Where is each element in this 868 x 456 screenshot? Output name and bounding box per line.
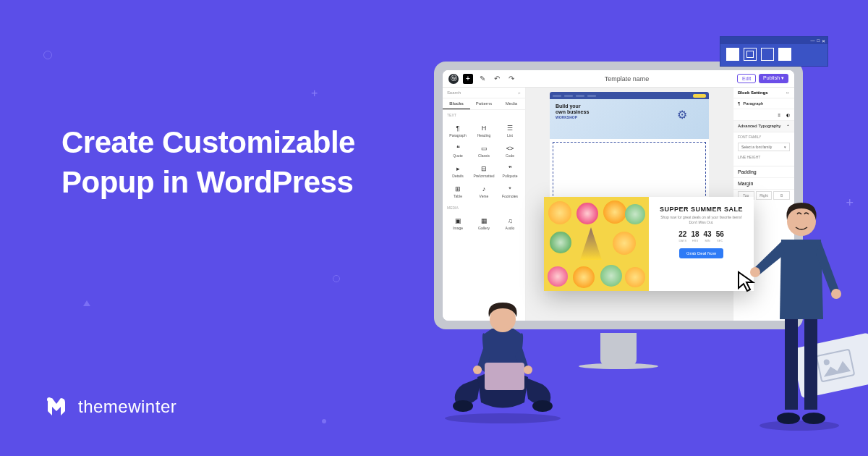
page-headline: Create Customizable Popup in WordPress: [61, 123, 355, 202]
block-table[interactable]: ⊞Table: [446, 182, 470, 201]
pineapple-icon: [580, 227, 602, 260]
section-label: TEXT: [443, 110, 525, 120]
popup-preview: SUPPER SUMMER SALE Shop now for great de…: [544, 197, 754, 291]
deco-plus: +: [311, 87, 318, 100]
redo-icon[interactable]: ↷: [506, 74, 516, 84]
block-inserter-panel: Search ⌕ Blocks Patterns Media TEXT ¶Par…: [443, 70, 526, 321]
block-classic[interactable]: ▭Classic: [472, 142, 496, 161]
block-code[interactable]: <>Code: [498, 142, 522, 161]
close-icon: ✕: [822, 38, 825, 43]
block-type-label: Paragraph: [743, 101, 763, 106]
block-paragraph[interactable]: ¶Paragraph: [446, 122, 470, 140]
editor-topbar: ⓦ + ✎ ↶ ↷ Template name Edit Publish ▾: [443, 70, 794, 88]
svg-point-5: [532, 400, 553, 412]
section-label: MEDIA: [443, 203, 525, 213]
maximize-icon: □: [817, 38, 820, 43]
deco-dot: [322, 419, 326, 423]
edit-button[interactable]: Edit: [737, 74, 756, 83]
settings-title: Block Settings: [738, 90, 768, 95]
typography-accordion[interactable]: Advanced Typography⌃: [733, 121, 794, 132]
layer-box: [726, 48, 739, 61]
deco-circle: [43, 51, 52, 59]
wordpress-icon[interactable]: ⓦ: [448, 74, 459, 84]
layer-box: [744, 48, 757, 61]
font-family-select[interactable]: Select a font family▾: [738, 143, 790, 151]
themewinter-icon: [43, 394, 69, 420]
preview-dropzone: [553, 142, 706, 203]
block-image[interactable]: ▣Image: [446, 214, 470, 233]
headline-line1: Create Customizable: [61, 123, 355, 163]
svg-point-10: [760, 421, 839, 431]
layer-box: [778, 48, 791, 61]
block-quote[interactable]: ❝Quote: [446, 142, 470, 161]
countdown-timer: 22DAYS 18HRS 43MIN 56SEC: [656, 230, 746, 242]
add-block-button[interactable]: +: [463, 74, 473, 84]
popup-image: [544, 197, 649, 291]
deco-circle: [333, 275, 340, 282]
tab-blocks[interactable]: Blocks: [443, 98, 470, 109]
person-standing-illustration: [745, 185, 854, 434]
block-heading[interactable]: HHeading: [472, 122, 496, 140]
tab-media[interactable]: Media: [498, 98, 525, 109]
brand-name: themewinter: [78, 397, 176, 417]
svg-point-0: [47, 397, 51, 402]
block-gallery[interactable]: ▦Gallery: [472, 214, 496, 233]
popup-title: SUPPER SUMMER SALE: [656, 206, 746, 213]
popup-cta-button[interactable]: Grab Deal Now: [679, 248, 723, 258]
svg-point-13: [777, 413, 800, 424]
block-preformatted[interactable]: ⊟Preformatted: [472, 162, 496, 181]
svg-point-9: [524, 366, 532, 374]
svg-point-14: [802, 413, 825, 424]
publish-button[interactable]: Publish ▾: [759, 74, 788, 83]
preview-navbar: [550, 92, 709, 99]
layer-box: [761, 48, 774, 61]
person-sitting-illustration: [441, 294, 564, 427]
svg-point-15: [750, 267, 760, 277]
svg-rect-11: [785, 316, 798, 410]
line-height-label: LINE HEIGHT: [733, 153, 794, 161]
block-verse[interactable]: ♪Verse: [472, 182, 496, 201]
contrast-icon[interactable]: ◐: [786, 112, 790, 117]
search-input[interactable]: Search ⌕: [443, 88, 525, 98]
padding-label: Padding: [738, 169, 757, 174]
svg-point-16: [831, 289, 841, 299]
undo-icon[interactable]: ↶: [492, 74, 502, 84]
block-list[interactable]: ☰List: [498, 122, 522, 140]
block-footnotes[interactable]: *Footnotes: [498, 182, 522, 201]
preview-hero: Build yourown business WORKSHOP ⚙: [550, 99, 709, 139]
svg-point-3: [445, 413, 561, 423]
svg-point-8: [473, 366, 482, 374]
edit-tool-icon[interactable]: ✎: [477, 74, 488, 84]
deco-triangle: [83, 300, 90, 306]
block-details[interactable]: ▸Details: [446, 162, 470, 181]
block-audio[interactable]: ♫Audio: [498, 214, 522, 233]
tab-patterns[interactable]: Patterns: [470, 98, 498, 109]
floating-layers-widget: — □ ✕: [720, 36, 828, 67]
block-pullquote[interactable]: ❞Pullquote: [498, 162, 522, 181]
paragraph-icon: ¶: [738, 101, 740, 106]
headline-line2: Popup in WordPress: [61, 163, 355, 203]
gear-icon: ⚙: [677, 108, 687, 122]
template-title: Template name: [516, 75, 737, 83]
svg-rect-6: [485, 363, 524, 390]
brand-logo: themewinter: [43, 394, 176, 420]
font-family-label: FONT FAMILY: [733, 132, 794, 141]
page-preview: Build yourown business WORKSHOP ⚙: [550, 92, 709, 206]
svg-point-4: [453, 400, 473, 412]
svg-rect-12: [804, 316, 817, 410]
search-icon: ⌕: [518, 90, 521, 95]
popup-subtitle: Shop now for great deals on all your fav…: [656, 215, 746, 224]
alignment-icon[interactable]: ≡: [778, 113, 780, 117]
collapse-icon[interactable]: ↔: [786, 90, 790, 95]
minimize-icon: —: [810, 38, 814, 43]
